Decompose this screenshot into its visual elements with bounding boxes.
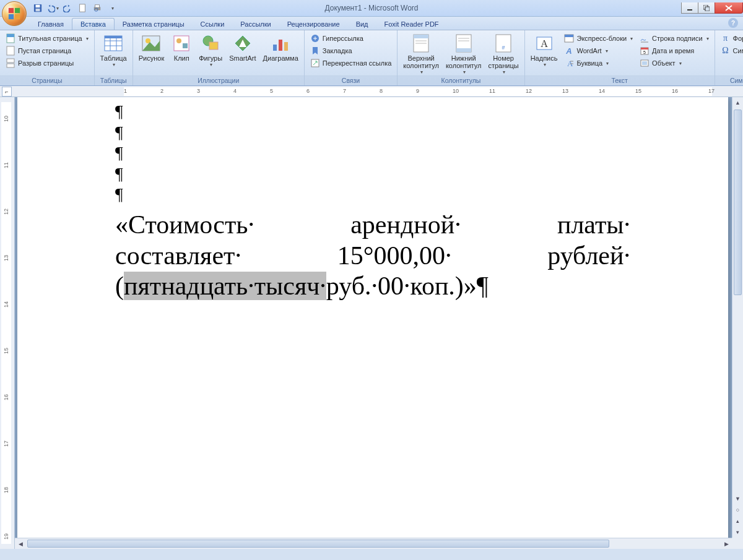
ruler-v-tick: 18	[3, 487, 9, 493]
horizontal-ruler[interactable]: 1234567891011121314151617	[15, 86, 743, 97]
tab-home[interactable]: Главная	[30, 19, 72, 30]
svg-rect-17	[7, 34, 14, 37]
equation-button[interactable]: πФормула▾	[718, 32, 743, 45]
tab-layout[interactable]: Разметка страницы	[115, 19, 193, 30]
textbox-button[interactable]: AНадпись▾	[528, 32, 560, 73]
wordart-button[interactable]: AWordArt▾	[562, 45, 635, 57]
scroll-down-arrow[interactable]: ▼	[732, 493, 743, 504]
scroll-up-arrow[interactable]: ▲	[732, 97, 743, 108]
footer-button[interactable]: Нижний колонтитул▾	[443, 32, 484, 73]
body-paragraph[interactable]: «Стоимость· арендной· платы· составляет·…	[115, 210, 630, 302]
quick-print-button[interactable]	[90, 1, 104, 15]
minimize-button[interactable]	[681, 2, 698, 14]
qat-customize[interactable]: ▾	[105, 1, 119, 15]
scroll-left-arrow[interactable]: ◀	[15, 538, 26, 549]
table-label: Таблица	[100, 54, 127, 62]
pagenum-button[interactable]: #Номер страницы▾	[485, 32, 521, 73]
office-logo-icon	[7, 7, 21, 20]
quickparts-label: Экспресс-блоки	[576, 35, 627, 42]
object-label: Объект	[652, 59, 675, 67]
picture-button[interactable]: Рисунок	[136, 32, 167, 73]
crossref-button[interactable]: Перекрестная ссылка	[308, 57, 394, 69]
chart-button[interactable]: Диаграмма	[261, 32, 301, 73]
undo-button[interactable]: ▾	[46, 1, 59, 15]
quickparts-icon	[564, 33, 574, 43]
scroll-right-arrow[interactable]: ▶	[721, 538, 732, 549]
text-run: 15°000,00·	[337, 241, 452, 272]
save-button[interactable]	[31, 1, 45, 15]
pagenum-label: Номер страницы	[488, 54, 518, 69]
horizontal-scrollbar[interactable]: ◀ ▶	[15, 538, 732, 549]
group-illustrations: Рисунок Клип Фигуры▾ SmartArt Диаграмма …	[133, 30, 305, 85]
table-button[interactable]: Таблица▾	[98, 32, 129, 73]
paragraph-mark: ¶	[115, 163, 630, 184]
cover-page-button[interactable]: Титульная страница▾	[3, 32, 91, 45]
vertical-ruler[interactable]: 10111213141516171819	[0, 97, 15, 549]
tab-view[interactable]: Вид	[348, 19, 376, 30]
ruler-tick: 7	[343, 88, 346, 94]
ruler-tick: 1	[124, 88, 127, 94]
tab-insert[interactable]: Вставка	[72, 18, 115, 30]
help-button[interactable]: ?	[728, 18, 738, 28]
minimize-icon	[687, 5, 693, 11]
wordart-label: WordArt	[576, 47, 601, 54]
next-page[interactable]: ▾	[732, 527, 743, 538]
page-break-button[interactable]: Разрыв страницы	[3, 57, 91, 69]
tab-foxit[interactable]: Foxit Reader PDF	[376, 19, 447, 30]
smartart-label: SmartArt	[229, 54, 256, 62]
prev-page[interactable]: ▴	[732, 515, 743, 527]
vertical-scrollbar[interactable]: ▲ ▼ ○ ▴ ▾	[732, 97, 743, 538]
shapes-icon	[201, 33, 220, 53]
browse-object[interactable]: ○	[732, 504, 743, 515]
crossref-label: Перекрестная ссылка	[323, 59, 392, 67]
text-run: арендной·	[350, 210, 461, 241]
text-run: рублей·	[547, 241, 630, 272]
maximize-icon	[703, 5, 710, 11]
ribbon: Титульная страница▾ Пустая страница Разр…	[0, 30, 743, 86]
object-button[interactable]: Объект▾	[637, 57, 711, 69]
symbol-button[interactable]: ΩСимвол▾	[718, 45, 743, 57]
tab-selector[interactable]: ⌐	[2, 87, 12, 97]
svg-rect-6	[36, 9, 40, 11]
tab-references[interactable]: Ссылки	[193, 19, 233, 30]
shapes-button[interactable]: Фигуры▾	[196, 32, 225, 73]
maximize-button[interactable]	[698, 2, 715, 14]
page[interactable]: ¶ ¶ ¶ ¶ ¶ «Стоимость· арендной· платы· с…	[17, 97, 728, 538]
header-button[interactable]: Верхний колонтитул▾	[401, 32, 441, 73]
tab-mailings[interactable]: Рассылки	[232, 19, 279, 30]
office-button[interactable]	[2, 1, 27, 26]
textbox-label: Надпись	[531, 54, 558, 62]
save-icon	[33, 4, 42, 12]
undo-icon	[46, 4, 55, 12]
document-area[interactable]: ¶ ¶ ¶ ¶ ¶ «Стоимость· арендной· платы· с…	[15, 97, 732, 538]
quickparts-button[interactable]: Экспресс-блоки▾	[562, 32, 635, 45]
paragraph-mark: ¶	[115, 184, 630, 205]
smartart-button[interactable]: SmartArt	[227, 32, 258, 73]
picture-label: Рисунок	[139, 54, 165, 62]
tab-review[interactable]: Рецензирование	[279, 19, 348, 30]
paragraph-mark: ¶	[115, 142, 630, 163]
clipart-button[interactable]: Клип	[168, 32, 194, 73]
header-icon	[411, 33, 431, 53]
svg-rect-1	[15, 8, 20, 13]
hyperlink-button[interactable]: Гиперссылка	[308, 32, 394, 45]
print-preview-button[interactable]	[76, 1, 89, 15]
bookmark-icon	[310, 46, 320, 56]
cover-page-label: Титульная страница	[18, 35, 82, 42]
group-links: Гиперссылка Закладка Перекрестная ссылка…	[305, 30, 398, 85]
svg-rect-19	[7, 59, 14, 62]
ruler-tick: 6	[306, 88, 310, 94]
symbol-label: Символ	[733, 47, 743, 54]
dropcap-button[interactable]: AБуквица▾	[562, 57, 635, 69]
scroll-thumb-h[interactable]	[27, 540, 609, 548]
redo-button[interactable]	[61, 1, 74, 15]
close-button[interactable]	[715, 2, 743, 14]
scroll-thumb-v[interactable]	[734, 110, 742, 295]
bookmark-button[interactable]: Закладка	[308, 45, 394, 57]
page-break-label: Разрыв страницы	[18, 59, 74, 67]
datetime-button[interactable]: 5Дата и время	[637, 45, 711, 57]
blank-page-button[interactable]: Пустая страница	[3, 45, 91, 57]
signature-button[interactable]: Строка подписи▾	[637, 32, 711, 45]
svg-rect-34	[273, 45, 277, 51]
svg-rect-7	[80, 4, 85, 12]
